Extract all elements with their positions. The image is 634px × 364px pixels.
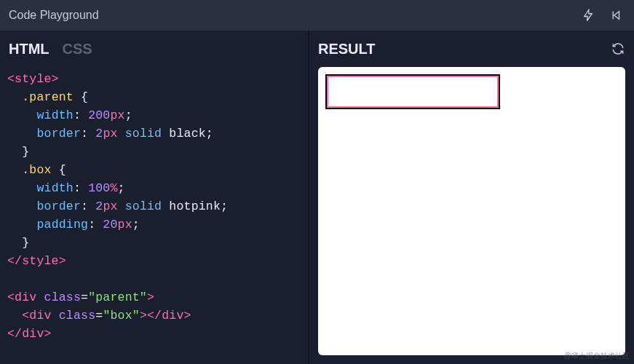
code-token: px <box>110 108 124 122</box>
result-canvas <box>318 67 625 355</box>
editor-header: HTML CSS <box>0 31 308 67</box>
code-editor[interactable]: <style> .parent { width: 200px; border: … <box>0 67 308 364</box>
code-token: hotpink <box>169 199 221 213</box>
code-token: </ <box>7 327 22 341</box>
code-token: class <box>44 290 82 304</box>
code-token: 100 <box>88 181 110 195</box>
code-token: border <box>36 127 81 141</box>
code-token: } <box>22 145 29 159</box>
code-token: ; <box>118 181 125 195</box>
code-token: padding <box>36 218 88 232</box>
code-token <box>36 290 44 304</box>
code-token: class <box>59 309 96 323</box>
code-token: black <box>169 127 206 141</box>
code-token: div <box>15 290 36 304</box>
code-token <box>162 127 169 141</box>
code-token: < <box>22 309 29 323</box>
editor-tabs: HTML CSS <box>9 41 92 58</box>
code-token: ; <box>125 108 132 122</box>
code-token: .parent <box>22 90 74 104</box>
code-token: border <box>36 199 81 213</box>
result-title: RESULT <box>318 41 376 58</box>
code-token: px <box>103 127 117 141</box>
code-token: : <box>74 181 88 195</box>
code-token: ; <box>132 218 140 232</box>
code-token: ; <box>206 127 213 141</box>
code-token: "box" <box>103 309 140 323</box>
code-token <box>162 199 169 213</box>
code-token: <style> <box>7 72 59 86</box>
watermark: @稀土掘金技术社区 <box>564 351 630 361</box>
code-token: : <box>81 199 95 213</box>
code-token: solid <box>125 127 162 141</box>
code-token: px <box>103 199 117 213</box>
code-token: div <box>22 327 44 341</box>
code-token <box>52 309 59 323</box>
code-token: </style> <box>7 254 66 268</box>
refresh-icon[interactable] <box>611 41 625 56</box>
code-token: > <box>140 309 147 323</box>
code-token: : <box>88 218 103 232</box>
code-token: div <box>162 309 183 323</box>
tab-html[interactable]: HTML <box>9 41 49 58</box>
app-title: Code Playground <box>9 9 99 22</box>
code-token: div <box>29 309 51 323</box>
titlebar-actions <box>582 9 622 22</box>
tab-css[interactable]: CSS <box>63 41 92 58</box>
code-token: > <box>147 290 154 304</box>
preview-parent <box>325 74 500 109</box>
code-token: : <box>81 127 95 141</box>
code-token: </ <box>147 309 162 323</box>
code-token: 200 <box>88 108 110 122</box>
bolt-icon[interactable] <box>582 9 595 22</box>
code-token: > <box>184 309 191 323</box>
code-token <box>118 199 125 213</box>
main: HTML CSS <style> .parent { width: 200px;… <box>0 31 634 364</box>
code-token: 2 <box>95 199 103 213</box>
code-token: .box <box>22 163 51 177</box>
code-token: : <box>74 108 88 122</box>
code-token: } <box>22 236 29 250</box>
preview-box <box>327 76 499 108</box>
code-token: < <box>7 290 15 304</box>
code-token: { <box>52 163 66 177</box>
code-token <box>118 127 125 141</box>
code-token: { <box>74 90 88 104</box>
code-token: = <box>81 290 88 304</box>
editor-pane: HTML CSS <style> .parent { width: 200px;… <box>0 31 309 364</box>
result-pane: RESULT <box>309 31 634 364</box>
code-token: solid <box>125 199 162 213</box>
code-token: = <box>95 309 103 323</box>
skip-start-icon[interactable] <box>609 9 622 22</box>
code-token: ; <box>221 199 228 213</box>
code-token: 2 <box>95 127 103 141</box>
code-token: width <box>36 108 74 122</box>
titlebar: Code Playground <box>0 0 634 31</box>
code-token: "parent" <box>88 290 147 304</box>
result-header: RESULT <box>309 31 634 67</box>
code-token: width <box>36 181 74 195</box>
code-token: 20 <box>103 218 117 232</box>
code-token: px <box>118 218 132 232</box>
code-token: > <box>44 327 52 341</box>
code-token: % <box>110 181 117 195</box>
